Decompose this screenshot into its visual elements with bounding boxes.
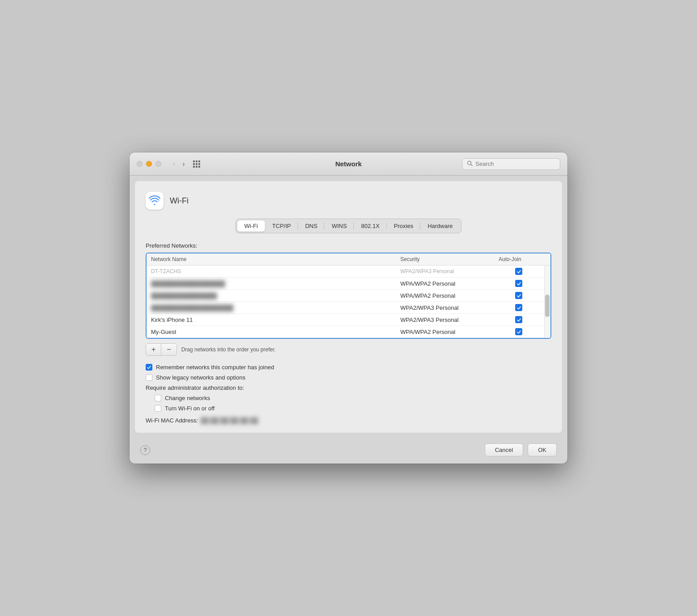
wifi-header: Wi-Fi [146,192,551,210]
security-cell: WPA/WPA2 Personal [400,280,499,287]
search-box[interactable] [462,158,560,170]
maximize-button[interactable] [155,161,161,167]
table-row[interactable]: My-Guest WPA/WPA2 Personal [147,326,550,338]
dialog-buttons: Cancel OK [485,443,557,456]
forward-button[interactable]: › [180,159,187,169]
ok-button[interactable]: OK [528,443,557,456]
security-cell: WPA/WPA2 Personal [400,292,499,299]
close-button[interactable] [137,161,143,167]
autojoin-cell[interactable] [499,292,539,299]
turn-wifi-row: Turn Wi-Fi on or off [155,405,551,412]
table-row[interactable]: Kirk's iPhone 11 WPA2/WPA3 Personal [147,314,550,326]
title-bar: ‹ › Network [130,152,567,176]
security-cell: WPA/WPA2 Personal [400,329,499,335]
network-name-cell: ████████████████ [151,292,400,299]
change-networks-label: Change networks [165,395,210,401]
remove-network-button[interactable]: − [161,344,176,355]
scrollbar-thumb[interactable] [545,295,550,317]
autojoin-checkbox[interactable] [515,280,522,287]
tabs-container: Wi-Fi TCP/IP DNS WINS 802.1X Proxies Har… [235,219,462,233]
table-row[interactable]: ██████████████████ WPA/WPA2 Personal [147,278,550,290]
help-button[interactable]: ? [140,445,150,455]
tab-tcpip[interactable]: TCP/IP [265,220,298,232]
autojoin-checkbox[interactable] [515,316,522,323]
autojoin-checkbox[interactable] [515,292,522,299]
tab-wins[interactable]: WINS [324,220,354,232]
networks-table: Network Name Security Auto-Join DT-TZACH… [146,253,551,339]
security-cell: WPA2/WPA3 Personal [400,316,499,323]
col-security: Security [400,256,499,262]
table-row[interactable]: DT-TZACHS WPA2/WPA3 Personal [147,266,550,278]
admin-section-label: Require administrator authorization to: [146,384,551,391]
autojoin-cell[interactable] [499,280,539,287]
network-name-cell: ████████████████████ [151,304,400,311]
autojoin-checkbox[interactable] [515,268,522,275]
drag-hint: Drag networks into the order you prefer. [181,346,276,353]
table-body: DT-TZACHS WPA2/WPA3 Personal ███████████… [147,266,550,338]
show-legacy-row: Show legacy networks and options [146,374,551,381]
search-icon [467,160,473,168]
autojoin-checkbox[interactable] [515,328,522,335]
network-name-cell: DT-TZACHS [151,268,400,274]
svg-point-0 [468,161,471,165]
change-networks-row: Change networks [155,395,551,401]
window-title: Network [335,160,361,168]
autojoin-cell[interactable] [499,268,539,275]
tab-8021x[interactable]: 802.1X [354,220,386,232]
main-content: Wi-Fi Wi-Fi TCP/IP DNS WINS 802.1X Proxi… [135,181,562,433]
tab-hardware[interactable]: Hardware [420,220,460,232]
network-name-cell: ██████████████████ [151,280,400,287]
scrollbar-track[interactable] [544,266,550,338]
tab-proxies[interactable]: Proxies [387,220,420,232]
nav-arrows: ‹ › [170,159,188,169]
bottom-bar: ? Cancel OK [130,438,567,464]
col-network-name: Network Name [151,256,400,262]
change-networks-checkbox[interactable] [155,395,161,401]
search-input[interactable] [475,160,555,167]
wifi-title: Wi-Fi [170,196,189,206]
autojoin-checkbox[interactable] [515,304,522,311]
security-cell: WPA2/WPA3 Personal [400,268,499,274]
admin-options: Change networks Turn Wi-Fi on or off [155,395,551,412]
table-row[interactable]: ████████████████ WPA/WPA2 Personal [147,290,550,302]
mac-address-row: Wi-Fi MAC Address: ██:██:██:██:██:██ [146,417,551,424]
remember-networks-row: Remember networks this computer has join… [146,364,551,371]
show-legacy-checkbox[interactable] [146,374,152,381]
add-remove-buttons: + − [146,343,177,356]
system-preferences-window: ‹ › Network [130,152,567,464]
show-legacy-label: Show legacy networks and options [156,374,245,381]
back-button[interactable]: ‹ [170,159,178,169]
table-header: Network Name Security Auto-Join [147,253,550,266]
cancel-button[interactable]: Cancel [485,443,523,456]
col-autojoin: Auto-Join [499,256,539,262]
minimize-button[interactable] [146,161,152,167]
autojoin-cell[interactable] [499,304,539,311]
turn-wifi-label: Turn Wi-Fi on or off [165,405,214,412]
autojoin-cell[interactable] [499,328,539,335]
mac-address-value: ██:██:██:██:██:██ [201,417,258,424]
remember-networks-checkbox[interactable] [146,364,152,371]
grid-icon[interactable] [193,160,200,168]
tab-dns[interactable]: DNS [298,220,324,232]
wifi-icon-container [146,192,164,210]
wifi-icon [149,195,160,207]
add-network-button[interactable]: + [146,344,161,355]
turn-wifi-checkbox[interactable] [155,405,161,412]
svg-line-1 [471,165,472,166]
col-scrollbar-space [539,256,546,262]
network-name-cell: My-Guest [151,329,400,335]
network-name-cell: Kirk's iPhone 11 [151,316,400,323]
autojoin-cell[interactable] [499,316,539,323]
preferred-networks-label: Preferred Networks: [146,242,551,249]
table-row[interactable]: ████████████████████ WPA2/WPA3 Personal [147,302,550,314]
tab-wifi[interactable]: Wi-Fi [237,220,265,232]
table-actions: + − Drag networks into the order you pre… [146,343,551,356]
security-cell: WPA2/WPA3 Personal [400,304,499,311]
traffic-lights [137,161,161,167]
remember-networks-label: Remember networks this computer has join… [156,364,274,371]
mac-address-label: Wi-Fi MAC Address: [146,417,198,424]
